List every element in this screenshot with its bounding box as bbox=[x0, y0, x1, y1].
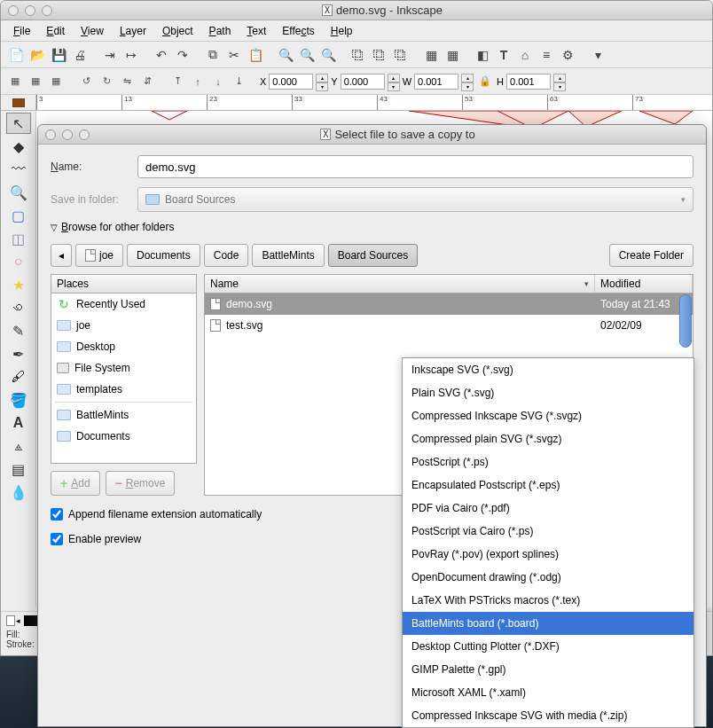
filetype-option[interactable]: PDF via Cairo (*.pdf) bbox=[403, 497, 693, 520]
place-item[interactable]: ↻Recently Used bbox=[51, 294, 196, 315]
paste-icon[interactable]: 📋 bbox=[246, 45, 265, 65]
bezier-tool-icon[interactable]: ✒ bbox=[6, 343, 31, 364]
path-segment-button[interactable]: Board Sources bbox=[328, 244, 418, 267]
star-tool-icon[interactable]: ★ bbox=[6, 274, 31, 295]
menu-layer[interactable]: Layer bbox=[113, 22, 153, 40]
text-tool-icon[interactable]: A bbox=[6, 412, 31, 434]
y-input[interactable] bbox=[341, 74, 385, 90]
duplicate-icon[interactable]: ⿻ bbox=[349, 45, 368, 65]
filetype-option[interactable]: OpenDocument drawing (*.odg) bbox=[403, 566, 693, 589]
zoom-out-icon[interactable]: 🔍 bbox=[318, 45, 338, 65]
lower-bottom-icon[interactable]: ⤓ bbox=[230, 73, 247, 90]
calligraphy-tool-icon[interactable]: 🖋 bbox=[6, 366, 31, 387]
ellipse-tool-icon[interactable]: ○ bbox=[6, 251, 31, 272]
unlink-icon[interactable]: ⿻ bbox=[391, 45, 411, 65]
file-row[interactable]: demo.svgToday at 21:43 bbox=[205, 294, 693, 315]
redo-icon[interactable]: ↷ bbox=[173, 45, 192, 65]
y-spinner[interactable]: ▴▾ bbox=[388, 74, 400, 90]
close-window-button[interactable] bbox=[8, 5, 19, 16]
place-item[interactable]: joe bbox=[51, 315, 196, 336]
place-item[interactable]: File System bbox=[51, 357, 196, 379]
dropper-tool-icon[interactable]: 💧 bbox=[6, 481, 31, 503]
filetype-option[interactable]: PostScript (*.ps) bbox=[403, 450, 693, 474]
import-icon[interactable]: ⇥ bbox=[100, 45, 120, 65]
filetype-option[interactable]: Plain SVG (*.svg) bbox=[403, 381, 693, 404]
dialog-close-button[interactable] bbox=[45, 129, 56, 140]
filetype-option[interactable]: Inkscape SVG (*.svg) bbox=[403, 358, 693, 381]
gradient-tool-icon[interactable]: ▤ bbox=[6, 458, 31, 480]
xml-editor-icon[interactable]: ⌂ bbox=[515, 45, 535, 65]
file-row[interactable]: test.svg02/02/09 bbox=[205, 315, 693, 336]
h-input[interactable] bbox=[506, 74, 551, 90]
filetype-option[interactable]: BattleMints board (*.board) bbox=[403, 612, 693, 635]
column-modified[interactable]: Modified bbox=[595, 275, 693, 293]
w-input[interactable] bbox=[414, 74, 458, 90]
group-icon[interactable]: ▦ bbox=[421, 45, 441, 65]
rect-tool-icon[interactable]: ▢ bbox=[6, 205, 31, 226]
filetype-option[interactable]: PostScript via Cairo (*.ps) bbox=[403, 520, 693, 543]
menu-effects[interactable]: Effects bbox=[275, 22, 321, 40]
menu-help[interactable]: Help bbox=[324, 22, 360, 40]
menu-view[interactable]: View bbox=[74, 22, 111, 40]
append-ext-checkbox[interactable] bbox=[51, 508, 63, 521]
filetype-option[interactable]: LaTeX With PSTricks macros (*.tex) bbox=[403, 589, 693, 612]
selector-tool-icon[interactable]: ↖ bbox=[6, 113, 31, 134]
text-dialog-icon[interactable]: T bbox=[494, 45, 513, 65]
zoom-in-icon[interactable]: 🔍 bbox=[297, 45, 317, 65]
add-place-button[interactable]: +Add bbox=[51, 471, 100, 496]
select-layer-icon[interactable]: ▦ bbox=[27, 73, 44, 90]
tweak-tool-icon[interactable]: 〰 bbox=[6, 159, 31, 180]
raise-icon[interactable]: ↑ bbox=[189, 73, 207, 90]
swatch[interactable] bbox=[6, 615, 15, 626]
filename-input[interactable] bbox=[137, 155, 693, 178]
select-all-icon[interactable]: ▦ bbox=[6, 73, 24, 90]
palette-scroll-left-icon[interactable]: ◂ bbox=[16, 616, 23, 625]
lower-icon[interactable]: ↓ bbox=[209, 73, 227, 90]
save-icon[interactable]: 💾 bbox=[49, 45, 68, 65]
copy-icon[interactable]: ⧉ bbox=[203, 45, 223, 65]
dialog-zoom-button[interactable] bbox=[79, 129, 90, 140]
path-back-button[interactable]: ◂ bbox=[51, 244, 72, 267]
node-tool-icon[interactable]: ◆ bbox=[6, 136, 31, 157]
overflow-icon[interactable]: ▾ bbox=[588, 45, 607, 65]
filetype-option[interactable]: PovRay (*.pov) (export splines) bbox=[403, 543, 693, 566]
filetype-option[interactable]: Compressed Inkscape SVG (*.svgz) bbox=[403, 404, 693, 427]
ungroup-icon[interactable]: ▦ bbox=[443, 45, 462, 65]
cut-icon[interactable]: ✂ bbox=[224, 45, 244, 65]
path-segment-button[interactable]: Code bbox=[204, 244, 249, 267]
undo-icon[interactable]: ↶ bbox=[152, 45, 171, 65]
open-icon[interactable]: 📂 bbox=[27, 45, 47, 65]
new-icon[interactable]: 📄 bbox=[6, 45, 26, 65]
dialog-minimize-button[interactable] bbox=[62, 129, 73, 140]
zoom-fit-icon[interactable]: 🔍 bbox=[276, 45, 295, 65]
filetype-option[interactable]: GIMP Palette (*.gpl) bbox=[403, 658, 693, 681]
deselect-icon[interactable]: ▦ bbox=[47, 73, 65, 90]
preferences-icon[interactable]: ⚙ bbox=[558, 45, 577, 65]
spiral-tool-icon[interactable]: ꩜ bbox=[6, 297, 31, 318]
raise-top-icon[interactable]: ⤒ bbox=[168, 73, 186, 90]
place-item[interactable]: templates bbox=[51, 379, 196, 400]
connector-tool-icon[interactable]: ⟁ bbox=[6, 435, 31, 457]
zoom-window-button[interactable] bbox=[42, 5, 52, 16]
lock-aspect-icon[interactable]: 🔒 bbox=[476, 73, 494, 90]
column-name[interactable]: Name▾ bbox=[205, 275, 595, 293]
filetype-option[interactable]: Microsoft XAML (*.xaml) bbox=[403, 681, 693, 704]
3dbox-tool-icon[interactable]: ◫ bbox=[6, 228, 31, 249]
filetype-option[interactable]: Desktop Cutting Plotter (*.DXF) bbox=[403, 635, 693, 658]
rotate-ccw-icon[interactable]: ↺ bbox=[77, 73, 95, 90]
export-icon[interactable]: ↦ bbox=[121, 45, 141, 65]
enable-preview-checkbox[interactable] bbox=[51, 533, 63, 545]
minimize-window-button[interactable] bbox=[25, 5, 35, 16]
bucket-tool-icon[interactable]: 🪣 bbox=[6, 389, 31, 411]
x-input[interactable] bbox=[269, 74, 313, 90]
flip-v-icon[interactable]: ⇵ bbox=[138, 73, 156, 90]
x-spinner[interactable]: ▴▾ bbox=[316, 74, 328, 90]
place-item[interactable]: BattleMints bbox=[51, 404, 196, 426]
path-segment-button[interactable]: Documents bbox=[127, 244, 200, 267]
filetype-option[interactable]: Compressed Inkscape SVG with media (*.zi… bbox=[403, 704, 693, 727]
flip-h-icon[interactable]: ⇋ bbox=[118, 73, 136, 90]
h-spinner[interactable]: ▴▾ bbox=[553, 74, 566, 90]
menu-edit[interactable]: Edit bbox=[39, 22, 72, 40]
rotate-cw-icon[interactable]: ↻ bbox=[98, 73, 115, 90]
menu-text[interactable]: Text bbox=[239, 22, 273, 40]
